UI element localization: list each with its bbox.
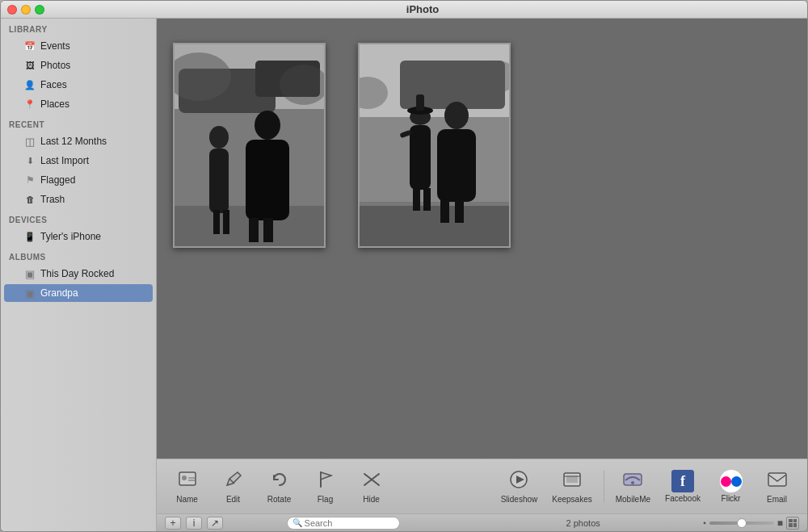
flickr-icon [720,470,743,492]
svg-rect-8 [223,210,229,234]
sidebar-item-tylers-iphone[interactable]: Tyler's iPhone [4,228,153,245]
flag-button[interactable]: Flag [303,466,347,507]
hide-button[interactable]: Hide [349,466,393,507]
sidebar-item-faces[interactable]: Faces [4,76,153,94]
size-large-icon: ■ [777,517,783,529]
sidebar-item-grandpa-label: Grandpa [40,287,145,299]
sidebar-item-faces-label: Faces [40,79,145,90]
hide-icon [361,469,382,493]
photo-grid [157,19,807,459]
maximize-button[interactable] [35,5,44,15]
mobileme-button[interactable]: MobileMe [609,466,657,507]
search-input[interactable] [305,518,394,528]
sidebar-item-trash[interactable]: Trash [4,191,153,208]
svg-rect-33 [179,472,196,485]
main-content: LIBRARY Events Photos Faces Places RECEN… [1,19,807,531]
last12months-icon [23,135,36,148]
info-button[interactable]: i [186,517,202,530]
svg-rect-6 [209,149,229,213]
hide-label: Hide [363,495,380,504]
slideshow-button[interactable]: Slideshow [494,466,545,507]
faces-icon [23,78,36,91]
sidebar-item-places[interactable]: Places [4,95,153,113]
size-small-icon: ▪ [703,518,706,527]
sidebar-item-lastimport[interactable]: Last Import [4,152,153,170]
svg-point-27 [444,102,469,129]
statusbar: + i ↗ 🔍 2 photos ▪ ■ [157,513,807,531]
grid-view-icon[interactable] [786,517,799,530]
slideshow-icon [508,469,529,493]
flag-icon [315,469,336,493]
photo2-svg [360,44,509,246]
name-button[interactable]: Name [165,466,209,507]
search-box[interactable]: 🔍 [287,517,400,530]
sidebar-item-photos[interactable]: Photos [4,57,153,74]
app-window: iPhoto LIBRARY Events Photos Faces Place… [0,0,808,532]
sidebar-item-last12months-label: Last 12 Months [40,136,145,147]
svg-rect-28 [437,129,476,202]
sidebar-item-events-label: Events [40,40,145,52]
sidebar-item-flagged-label: Flagged [40,174,145,186]
size-slider[interactable] [709,522,774,525]
svg-rect-24 [413,188,420,211]
flagged-icon [23,174,36,186]
keepsakes-label: Keepsakes [552,495,591,504]
edit-button[interactable]: Edit [211,466,255,507]
svg-point-40 [631,481,634,484]
recent-section-header: RECENT [1,114,156,132]
sidebar-item-this-day-rocked[interactable]: This Day Rocked [4,265,153,283]
photos-icon [23,59,36,72]
close-button[interactable] [7,5,17,15]
sidebar-item-trash-label: Trash [40,194,145,205]
flickr-button[interactable]: Flickr [709,467,753,506]
keepsakes-icon [562,469,583,493]
name-icon [177,469,198,493]
rotate-label: Rotate [267,495,291,504]
trash-icon [23,193,36,206]
sidebar-item-flagged[interactable]: Flagged [4,171,153,189]
photo-thumbnail-1[interactable] [173,43,326,248]
svg-rect-23 [410,125,431,190]
svg-point-9 [255,111,280,140]
facebook-label: Facebook [665,494,701,503]
sidebar: LIBRARY Events Photos Faces Places RECEN… [1,19,157,531]
email-button[interactable]: Email [755,466,799,507]
facebook-button[interactable]: f Facebook [659,467,707,506]
sidebar-item-events[interactable]: Events [4,37,153,55]
rotate-button[interactable]: Rotate [257,466,301,507]
slideshow-label: Slideshow [501,495,538,504]
photo-count-text: 2 photos [566,518,600,528]
sidebar-item-places-label: Places [40,98,145,110]
library-section-header: LIBRARY [1,19,156,36]
sidebar-item-grandpa[interactable]: Grandpa [4,284,153,302]
name-label: Name [176,495,198,504]
svg-rect-25 [423,188,431,211]
svg-rect-22 [416,94,424,111]
albums-section-header: ALBUMS [1,246,156,264]
traffic-lights [7,5,44,15]
photo-thumbnail-2[interactable] [358,43,511,248]
svg-rect-11 [249,218,259,242]
svg-rect-41 [768,473,786,486]
sidebar-item-lastimport-label: Last Import [40,155,145,166]
add-button[interactable]: + [165,517,181,530]
keepsakes-button[interactable]: Keepsakes [545,466,598,507]
svg-rect-30 [455,200,464,223]
statusbar-left: + i ↗ [165,517,223,530]
statusbar-center: 🔍 [223,517,463,530]
statusbar-right: ▪ ■ [703,517,799,530]
svg-rect-12 [263,218,273,242]
titlebar: iPhoto [1,1,807,19]
sidebar-item-tylers-iphone-label: Tyler's iPhone [40,231,145,242]
mobileme-icon [622,469,643,493]
minimize-button[interactable] [21,5,31,15]
svg-rect-19 [360,206,509,246]
svg-rect-10 [246,140,289,220]
svg-point-5 [209,126,229,149]
flickr-label: Flickr [722,494,741,503]
this-day-rocked-icon [23,267,36,280]
photo-area: Name Edit [157,19,807,531]
action-button[interactable]: ↗ [207,517,223,530]
svg-point-34 [182,475,187,480]
sidebar-item-last12months[interactable]: Last 12 Months [4,132,153,150]
